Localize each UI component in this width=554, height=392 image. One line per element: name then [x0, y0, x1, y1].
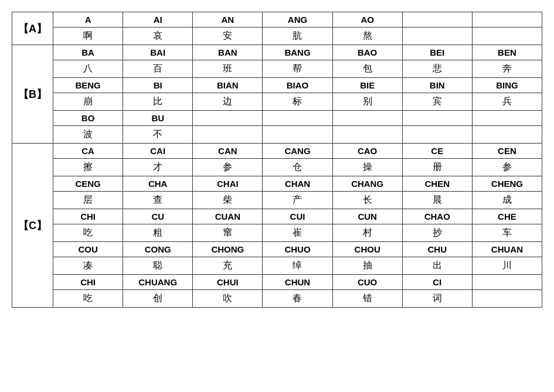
- main-table-container: 【A】AAIANANGAO啊哀安肮熬【B】BABAIBANBANGBAOBEIB…: [12, 12, 542, 308]
- pinyin-cell: CHONG: [193, 242, 263, 257]
- chinese-cell: 抄: [402, 224, 472, 242]
- chinese-cell: 创: [123, 290, 193, 308]
- pinyin-cell: CHE: [472, 209, 542, 224]
- pinyin-cell: BIAO: [263, 78, 332, 93]
- chinese-cell: [472, 28, 542, 45]
- pinyin-cell: [402, 12, 472, 28]
- pinyin-cell: BAN: [193, 45, 263, 60]
- chinese-cell: 不: [123, 126, 193, 144]
- chinese-cell: 抽: [332, 257, 402, 275]
- pinyin-cell: CHAI: [193, 176, 263, 192]
- chinese-cell: 柴: [193, 192, 263, 209]
- pinyin-cell: CEN: [472, 144, 542, 159]
- chinese-cell: 百: [123, 60, 193, 78]
- pinyin-cell: [472, 111, 542, 126]
- chinese-cell: 肮: [263, 28, 332, 45]
- pinyin-cell: [472, 12, 542, 28]
- chinese-cell: [472, 290, 542, 308]
- pinyin-cell: CUO: [332, 275, 402, 290]
- chinese-cell: 参: [472, 159, 542, 176]
- chinese-cell: 别: [332, 93, 402, 111]
- pinyin-cell: CHAN: [263, 176, 332, 192]
- pinyin-cell: CUAN: [193, 209, 263, 224]
- chinese-cell: 车: [472, 224, 542, 242]
- chinese-cell: [263, 126, 332, 144]
- pinyin-cell: BIN: [402, 78, 472, 93]
- pinyin-cell: CHOU: [332, 242, 402, 257]
- chinese-cell: 擦: [53, 159, 123, 176]
- chinese-cell: 错: [332, 290, 402, 308]
- pinyin-cell: COU: [53, 242, 123, 257]
- pinyin-cell: CHUO: [263, 242, 332, 257]
- chinese-cell: 才: [123, 159, 193, 176]
- pinyin-table: 【A】AAIANANGAO啊哀安肮熬【B】BABAIBANBANGBAOBEIB…: [12, 12, 542, 308]
- pinyin-cell: BIE: [332, 78, 402, 93]
- pinyin-cell: AO: [332, 12, 402, 28]
- chinese-cell: 查: [123, 192, 193, 209]
- pinyin-cell: BEI: [402, 45, 472, 60]
- chinese-cell: 晨: [402, 192, 472, 209]
- pinyin-cell: CHUANG: [123, 275, 193, 290]
- pinyin-cell: [263, 111, 332, 126]
- chinese-cell: [472, 126, 542, 144]
- pinyin-cell: [332, 111, 402, 126]
- chinese-cell: 崩: [53, 93, 123, 111]
- pinyin-cell: CI: [402, 275, 472, 290]
- chinese-cell: 啊: [53, 28, 123, 45]
- chinese-cell: 包: [332, 60, 402, 78]
- chinese-cell: [332, 126, 402, 144]
- pinyin-cell: CONG: [123, 242, 193, 257]
- pinyin-cell: CHANG: [332, 176, 402, 192]
- pinyin-cell: ANG: [263, 12, 332, 28]
- chinese-cell: 兵: [472, 93, 542, 111]
- pinyin-cell: [472, 275, 542, 290]
- pinyin-cell: BIAN: [193, 78, 263, 93]
- pinyin-cell: BO: [53, 111, 123, 126]
- chinese-cell: 册: [402, 159, 472, 176]
- pinyin-cell: BANG: [263, 45, 332, 60]
- chinese-cell: 熬: [332, 28, 402, 45]
- chinese-cell: 村: [332, 224, 402, 242]
- pinyin-cell: CHEN: [402, 176, 472, 192]
- pinyin-cell: CHI: [53, 275, 123, 290]
- pinyin-cell: CA: [53, 144, 123, 159]
- section-label: 【A】: [12, 12, 53, 45]
- chinese-cell: 班: [193, 60, 263, 78]
- pinyin-cell: CU: [123, 209, 193, 224]
- chinese-cell: 聪: [123, 257, 193, 275]
- pinyin-cell: BA: [53, 45, 123, 60]
- pinyin-cell: CHUAN: [472, 242, 542, 257]
- section-label: 【C】: [12, 144, 53, 308]
- pinyin-cell: BAI: [123, 45, 193, 60]
- pinyin-cell: BU: [123, 111, 193, 126]
- pinyin-cell: CAI: [123, 144, 193, 159]
- chinese-cell: 奔: [472, 60, 542, 78]
- pinyin-cell: BENG: [53, 78, 123, 93]
- pinyin-cell: BAO: [332, 45, 402, 60]
- pinyin-cell: CAO: [332, 144, 402, 159]
- chinese-cell: 边: [193, 93, 263, 111]
- chinese-cell: 吃: [53, 290, 123, 308]
- chinese-cell: 帮: [263, 60, 332, 78]
- chinese-cell: 吹: [193, 290, 263, 308]
- pinyin-cell: CANG: [263, 144, 332, 159]
- chinese-cell: 吃: [53, 224, 123, 242]
- chinese-cell: [193, 126, 263, 144]
- chinese-cell: 哀: [123, 28, 193, 45]
- pinyin-cell: CE: [402, 144, 472, 159]
- pinyin-cell: CAN: [193, 144, 263, 159]
- chinese-cell: 崔: [263, 224, 332, 242]
- chinese-cell: 成: [472, 192, 542, 209]
- pinyin-cell: AI: [123, 12, 193, 28]
- chinese-cell: 安: [193, 28, 263, 45]
- chinese-cell: 比: [123, 93, 193, 111]
- pinyin-cell: CENG: [53, 176, 123, 192]
- chinese-cell: 八: [53, 60, 123, 78]
- chinese-cell: 层: [53, 192, 123, 209]
- pinyin-cell: CHA: [123, 176, 193, 192]
- chinese-cell: 参: [193, 159, 263, 176]
- pinyin-cell: CHU: [402, 242, 472, 257]
- pinyin-cell: [402, 111, 472, 126]
- chinese-cell: 春: [263, 290, 332, 308]
- pinyin-cell: BEN: [472, 45, 542, 60]
